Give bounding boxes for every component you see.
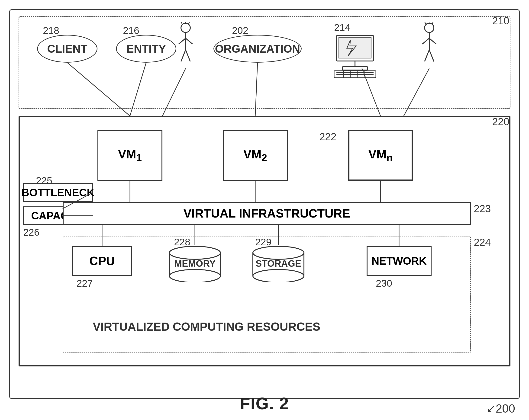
page: FIG. 2 ↙200 210 218 CLIENT 216 ENTITY 20… [0,0,529,420]
network-box: NETWORK [367,246,432,276]
network-label: NETWORK [371,255,427,267]
svg-line-1 [181,22,182,24]
svg-line-5 [179,38,185,44]
svg-text:MEMORY: MEMORY [174,258,216,268]
ref-226: 226 [23,227,40,238]
ref-223: 223 [474,203,491,215]
ref-214: 214 [334,22,381,33]
svg-point-31 [169,246,220,259]
entity-ellipse: ENTITY [116,35,176,63]
vi-label: VIRTUAL INFRASTRUCTURE [184,206,350,220]
svg-line-7 [181,50,185,62]
person-figure-left [174,22,197,73]
storage-drum: STORAGE [251,245,306,283]
vmn-box: VMn [348,130,413,181]
ref-202: 202 [232,25,248,36]
cpu-label: CPU [89,254,115,268]
svg-rect-13 [342,67,368,70]
ref-216: 216 [123,25,139,36]
bottleneck-label: BOTTLENECK [22,186,94,199]
ref-230: 230 [376,278,392,289]
svg-text:STORAGE: STORAGE [255,258,301,268]
vi-bar: VIRTUAL INFRASTRUCTURE [63,202,471,225]
svg-line-22 [424,22,426,24]
org-ellipse: ORGANIZATION [213,35,302,63]
svg-line-29 [429,50,434,62]
ref-200: ↙200 [486,402,515,415]
vm2-label: VM2 [243,147,267,163]
vcr-label: VIRTUALIZED COMPUTING RESOURCES [93,320,320,333]
svg-point-0 [181,23,190,32]
ref-220: 220 [492,116,509,127]
svg-point-35 [253,246,304,259]
ref-224: 224 [474,237,491,248]
ref-210: 210 [492,15,509,27]
bottleneck-box: BOTTLENECK [23,183,93,202]
svg-line-28 [424,50,429,62]
computer-figure-214: 214 [330,22,381,80]
svg-line-27 [429,38,436,44]
fig-label: FIG. 2 [240,394,289,413]
ref-222: 222 [319,131,336,143]
client-ellipse: CLIENT [37,35,97,63]
svg-line-24 [432,22,433,24]
vm2-box: VM2 [223,130,288,181]
client-label: CLIENT [47,42,87,55]
memory-drum: MEMORY [167,245,223,283]
svg-line-3 [188,22,190,24]
entity-label: ENTITY [126,42,166,55]
vmn-label: VMn [369,147,393,163]
org-label: ORGANIZATION [215,42,300,55]
svg-point-32 [169,269,220,282]
svg-point-36 [253,269,304,282]
vm1-box: VM1 [97,130,162,181]
cpu-box: CPU [72,246,132,276]
svg-line-6 [185,38,193,44]
person-figure-right [418,22,441,73]
ref-218: 218 [43,25,59,36]
svg-point-21 [424,23,434,32]
svg-line-26 [422,38,429,44]
svg-line-8 [185,50,190,62]
vm1-label: VM1 [118,147,142,163]
ref-227: 227 [77,278,93,289]
